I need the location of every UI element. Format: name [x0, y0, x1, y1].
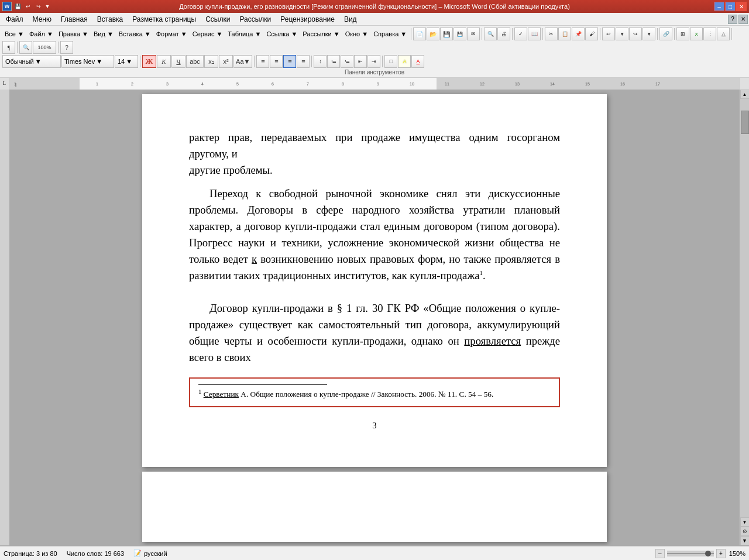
tb-drawing[interactable]: △ — [717, 28, 730, 40]
quick-access-menu[interactable]: ▼ — [44, 2, 50, 11]
menu-file[interactable]: Файл — [1, 14, 28, 25]
vertical-scrollbar[interactable]: ▲ ▼ ⊙ ▼ — [740, 90, 749, 545]
svg-text:2: 2 — [131, 82, 133, 86]
tb-help[interactable]: Справка ▼ — [371, 29, 409, 39]
minimize-button[interactable]: – — [714, 2, 724, 11]
tb-print-preview[interactable]: 🔍 — [484, 28, 497, 40]
tb-zoom-out[interactable]: 🔍 — [19, 41, 32, 54]
font-color[interactable]: A — [411, 55, 424, 68]
quick-access-save[interactable]: 💾 — [13, 2, 22, 11]
underline-button[interactable]: Ч — [171, 55, 185, 68]
menu-page-layout[interactable]: Разметка страницы — [128, 14, 201, 25]
align-center[interactable]: ≡ — [270, 55, 283, 68]
tb-edit[interactable]: Правка ▼ — [56, 29, 91, 39]
subscript-button[interactable]: х₂ — [204, 55, 218, 68]
ruler-right — [740, 78, 749, 90]
tb-new[interactable]: 📄 — [413, 28, 426, 40]
italic-button[interactable]: К — [157, 55, 171, 68]
font-dropdown[interactable]: Times Nev ▼ — [61, 55, 114, 68]
tb-email[interactable]: ✉ — [467, 28, 480, 40]
title-bar-controls: – □ ✕ — [714, 2, 747, 11]
tb-all[interactable]: Все ▼ — [2, 29, 26, 39]
tb-save[interactable]: 💾 — [440, 28, 453, 40]
scroll-page-nav2[interactable]: ▼ — [740, 536, 750, 545]
ruler-corner[interactable]: L — [0, 78, 9, 90]
tb-print[interactable]: 🖨 — [497, 28, 510, 40]
size-dropdown[interactable]: 14 ▼ — [115, 55, 138, 68]
menu-insert[interactable]: Вставка — [92, 14, 128, 25]
bold-button[interactable]: Ж — [142, 55, 156, 68]
zoom-plus-button[interactable]: + — [716, 549, 726, 558]
strikethrough-button[interactable]: аbс — [186, 55, 204, 68]
document-content: рактер прав, передаваемых при продаже им… — [189, 129, 560, 432]
tb-research[interactable]: 📖 — [528, 28, 541, 40]
case-button[interactable]: Аа▼ — [233, 55, 252, 68]
quick-access-redo[interactable]: ↪ — [34, 2, 43, 11]
tb-hyperlink[interactable]: 🔗 — [659, 28, 672, 40]
tb-redo-arrow[interactable]: ▼ — [643, 28, 655, 40]
tb-zoom-box[interactable]: 100% — [33, 41, 56, 54]
num-list[interactable]: ≔ — [327, 55, 340, 68]
help-question-icon[interactable]: ? — [728, 15, 737, 24]
tb-cut[interactable]: ✂ — [545, 28, 558, 40]
bullet-list[interactable]: ≔ — [341, 55, 353, 68]
align-left[interactable]: ≡ — [256, 55, 269, 68]
zoom-slider[interactable] — [667, 551, 714, 556]
tb-paste[interactable]: 📌 — [572, 28, 585, 40]
tb-open[interactable]: 📂 — [427, 28, 439, 40]
svg-text:13: 13 — [515, 82, 520, 86]
highlight-color[interactable]: A — [398, 55, 411, 68]
tb-copy[interactable]: 📋 — [558, 28, 571, 40]
close-menu-icon[interactable]: ✕ — [738, 15, 748, 24]
menu-bar: Файл Меню Главная Вставка Разметка стран… — [0, 13, 749, 26]
tb-spellcheck[interactable]: ✓ — [514, 28, 527, 40]
superscript-button[interactable]: х² — [219, 55, 233, 68]
tb-help2[interactable]: ? — [60, 41, 73, 54]
scroll-up-button[interactable]: ▲ — [740, 90, 750, 99]
tb-view[interactable]: Вид ▼ — [91, 29, 116, 39]
increase-indent[interactable]: ⇥ — [367, 55, 380, 68]
tb-mailings2[interactable]: Рассылки ▼ — [300, 29, 342, 39]
svg-text:16: 16 — [620, 82, 625, 86]
quick-access-undo[interactable]: ↩ — [23, 2, 33, 11]
tb-showparagraph[interactable]: ¶ — [2, 41, 15, 54]
tb-format[interactable]: Формат ▼ — [154, 29, 190, 39]
tb-insert[interactable]: Вставка ▼ — [116, 29, 153, 39]
size-value: 14 — [118, 58, 125, 65]
zoom-minus-button[interactable]: – — [655, 549, 665, 558]
scroll-thumb[interactable] — [741, 111, 749, 134]
menu-references[interactable]: Ссылки — [201, 14, 235, 25]
tb-excel[interactable]: X — [690, 28, 703, 40]
border-button[interactable]: □ — [384, 55, 397, 68]
tb-undo-arrow[interactable]: ▼ — [616, 28, 628, 40]
tb-format-painter[interactable]: 🖌 — [585, 28, 598, 40]
tb-undo[interactable]: ↩ — [602, 28, 615, 40]
align-right[interactable]: ≡ — [297, 55, 310, 68]
tb-columns[interactable]: ⋮ — [703, 28, 716, 40]
style-dropdown[interactable]: Обычный ▼ — [2, 55, 61, 68]
menu-menu[interactable]: Меню — [28, 14, 56, 25]
tb-redo[interactable]: ↪ — [629, 28, 642, 40]
svg-text:11: 11 — [445, 82, 449, 86]
zoom-handle[interactable] — [705, 551, 711, 556]
decrease-indent[interactable]: ⇤ — [354, 55, 367, 68]
tb-link[interactable]: Ссылка ▼ — [264, 29, 300, 39]
line-spacing[interactable]: ↕ — [314, 55, 327, 68]
tb-table[interactable]: Таблица ▼ — [225, 29, 263, 39]
maximize-button[interactable]: □ — [725, 2, 736, 11]
menu-review[interactable]: Рецензирование — [276, 14, 339, 25]
tb-table2[interactable]: ⊞ — [676, 28, 689, 40]
scroll-down-button[interactable]: ▼ — [740, 517, 750, 527]
close-button[interactable]: ✕ — [736, 2, 747, 11]
tb-save2[interactable]: 💾 — [453, 28, 466, 40]
tb-service[interactable]: Сервис ▼ — [190, 29, 225, 39]
menu-mailings[interactable]: Рассылки — [235, 14, 276, 25]
scroll-page-nav1[interactable]: ⊙ — [740, 527, 750, 536]
title-text: Договор купли-продажи, его разновидности… — [179, 3, 570, 10]
tb-window[interactable]: Окно ▼ — [343, 29, 371, 39]
menu-view[interactable]: Вид — [339, 14, 362, 25]
menu-home[interactable]: Главная — [56, 14, 92, 25]
style-arrow: ▼ — [35, 58, 42, 65]
tb-file[interactable]: Файл ▼ — [27, 29, 56, 39]
align-justify[interactable]: ≡ — [283, 55, 296, 68]
